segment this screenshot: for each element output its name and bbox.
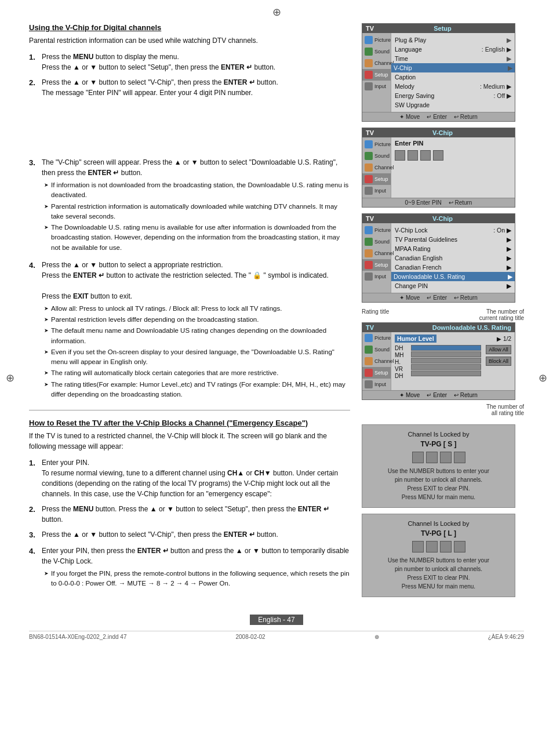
s2-step-4-bullet-1: If you forget the PIN, press the remote-… bbox=[42, 569, 350, 589]
caption-label: Caption bbox=[395, 74, 416, 81]
dl-sound-icon bbox=[365, 346, 373, 354]
doc-id: BN68-01514A-X0Eng-0202_2.indd 47 bbox=[29, 634, 126, 640]
bar-1 bbox=[411, 345, 481, 351]
vchip-mpaa-label: MPAA Rating bbox=[395, 245, 431, 252]
tv-sidebar-input-label: Input bbox=[374, 83, 386, 89]
dl-picture-label: Picture bbox=[374, 335, 391, 341]
lock-box-s-2 bbox=[426, 452, 438, 463]
vchip-input-label: Input bbox=[374, 274, 386, 279]
vchip-setup-label: Setup bbox=[374, 262, 388, 268]
dl-setup-item: Setup bbox=[362, 367, 391, 379]
tv-vchip-sidebar-channel: Channel bbox=[362, 248, 391, 259]
melody-value: : Medium ▶ bbox=[480, 83, 511, 90]
pin-setup-label: Setup bbox=[374, 176, 388, 182]
tv-downloadable-tv-label: TV bbox=[366, 324, 374, 331]
doc-crosshair-bottom: ⊕ bbox=[374, 634, 379, 640]
tv-pin-sidebar: Picture Sound Channel Setup bbox=[362, 137, 391, 198]
step-4-num: 4. bbox=[29, 260, 38, 402]
s2-step-2-content: Press the MENU button. Press the ▲ or ▼ … bbox=[42, 504, 350, 525]
tv-pin-enter-label: 0~9 Enter PIN bbox=[405, 199, 442, 206]
s2-step-4: 4. Enter your PIN, then press the ENTER … bbox=[29, 546, 350, 591]
humor-row: Humor Level ▶ 1/2 bbox=[395, 335, 511, 343]
page: ⊕ ⊕ ⊕ Using the V-Chip for Digital chann… bbox=[0, 0, 553, 756]
section2-steps: 1. Enter your PIN. To resume normal view… bbox=[29, 457, 350, 591]
pin-picture-icon bbox=[365, 140, 373, 148]
dl-input-label: Input bbox=[374, 381, 386, 387]
step-3-bullet-2: Parental restriction information is auto… bbox=[42, 202, 350, 222]
vchip-label: V-Chip bbox=[394, 64, 412, 71]
tv-vchip-sidebar-input: Input bbox=[362, 271, 391, 282]
s2-step-4-content: Enter your PIN, then press the ENTER ↵ b… bbox=[42, 546, 350, 591]
tv-vchip-return: ↩ Return bbox=[454, 295, 478, 301]
energy-label: Energy Saving bbox=[395, 92, 434, 99]
vchip-canfrench-arrow: ▶ bbox=[507, 264, 511, 271]
humor-level-label: Humor Level bbox=[395, 335, 436, 343]
tv-pin-sidebar-picture: Picture bbox=[362, 139, 391, 150]
vchip-changepin-label: Change PIN bbox=[395, 282, 428, 289]
plug-play-label: Plug & Play bbox=[395, 37, 426, 43]
current-rating-annotation: The number ofcurrent rating title bbox=[479, 308, 524, 321]
dl-return: ↩ Return bbox=[454, 392, 478, 398]
vchip-lock-row: V-Chip Lock : On ▶ bbox=[395, 226, 511, 235]
s2-step-3: 3. Press the ▲ or ▼ button to select "V-… bbox=[29, 529, 350, 541]
dl-input-item: Input bbox=[362, 379, 391, 390]
vchip-changepin-row: Change PIN ▶ bbox=[395, 281, 511, 290]
tv-setup-row-caption: Caption bbox=[395, 72, 511, 82]
lock-box-l-1 bbox=[412, 541, 424, 553]
s2-step-3-num: 3. bbox=[29, 529, 38, 541]
tv-pin-sidebar-channel: Channel bbox=[362, 162, 391, 173]
rating-bars bbox=[411, 345, 481, 376]
page-footer: English - 47 bbox=[29, 615, 524, 625]
channel-locked-l-widget: Channel Is Locked by TV-PG [ L ] Use the… bbox=[362, 514, 515, 597]
vchip-sound-label: Sound bbox=[374, 239, 390, 245]
tv-vchip-body: Picture Sound Channel Setup bbox=[362, 223, 515, 293]
tv-downloadable-main: Humor Level ▶ 1/2 DH MH H. VR DH bbox=[391, 332, 515, 390]
vchip-canfrench-row: Canadian French ▶ bbox=[395, 263, 511, 272]
channel-icon bbox=[365, 59, 373, 67]
tv-setup-row-vchip: V-Chip ▶ bbox=[391, 63, 515, 72]
tv-setup-row-plug: Plug & Play ▶ bbox=[395, 35, 511, 45]
rating-annotations-top: Rating title The number ofcurrent rating… bbox=[362, 308, 524, 321]
step-4-bullet-5: The rating will automatically block cert… bbox=[42, 368, 350, 378]
step-2-num: 2. bbox=[29, 77, 38, 98]
tv-setup-sidebar: Picture Sound Channel Setup bbox=[362, 33, 391, 112]
time-arrow: ▶ bbox=[507, 55, 511, 62]
allow-all-button[interactable]: Allow All bbox=[486, 345, 511, 354]
left-column: Using the V-Chip for Digital channels Pa… bbox=[29, 23, 350, 603]
vchip-parental-arrow: ▶ bbox=[507, 236, 511, 243]
vchip-channel-icon bbox=[365, 249, 373, 257]
tv-setup-return: ↩ Return bbox=[454, 114, 478, 120]
tv-sidebar-picture-label: Picture bbox=[374, 37, 391, 43]
tv-pin-tv-label: TV bbox=[366, 129, 374, 136]
setup-icon bbox=[365, 71, 373, 79]
page-number-badge: English - 47 bbox=[250, 615, 303, 625]
vchip-mpaa-row: MPAA Rating ▶ bbox=[395, 244, 511, 253]
vchip-parental-label: TV Parental Guidelines bbox=[395, 236, 457, 243]
block-all-button[interactable]: Block All bbox=[486, 357, 511, 366]
crosshair-left-icon: ⊕ bbox=[6, 372, 14, 384]
tv-pin-title: V-Chip bbox=[432, 129, 453, 136]
locked-l-tvpg: TV-PG [ L ] bbox=[368, 529, 509, 537]
vchip-downloadable-label: Downloadable U.S. Rating bbox=[394, 273, 465, 280]
dl-channel-icon bbox=[365, 357, 373, 365]
tv-setup-tv-label: TV bbox=[366, 25, 374, 32]
doc-date: 2008-02-02 bbox=[236, 634, 265, 640]
tv-vchip-main: V-Chip Lock : On ▶ TV Parental Guideline… bbox=[391, 223, 515, 293]
lock-box-s-1 bbox=[412, 452, 424, 463]
vchip-sound-icon bbox=[365, 238, 373, 246]
step-4-bullet-1: Allow all: Press to unlock all TV rating… bbox=[42, 304, 350, 314]
pin-picture-label: Picture bbox=[374, 141, 391, 147]
picture-icon bbox=[365, 36, 373, 44]
vchip-downloadable-row: Downloadable U.S. Rating ▶ bbox=[391, 272, 515, 281]
all-rating-annotation: The number ofall rating title bbox=[362, 404, 524, 416]
step-4: 4. Press the ▲ or ▼ button to select a a… bbox=[29, 260, 350, 402]
tv-vchip-sidebar-picture: Picture bbox=[362, 224, 391, 236]
tv-setup-row-energy: Energy Saving : Off ▶ bbox=[395, 91, 511, 100]
tv-vchip-header: TV V-Chip bbox=[362, 214, 515, 223]
tv-vchip-enter: ↵ Enter bbox=[427, 295, 447, 301]
locked-l-title: Channel Is Locked by bbox=[368, 520, 509, 527]
s2-step-2-num: 2. bbox=[29, 504, 38, 525]
bar-3 bbox=[411, 358, 481, 364]
tv-setup-row-melody: Melody : Medium ▶ bbox=[395, 82, 511, 91]
step-3-bullet-3: The Downloadable U.S. rating menu is ava… bbox=[42, 223, 350, 253]
